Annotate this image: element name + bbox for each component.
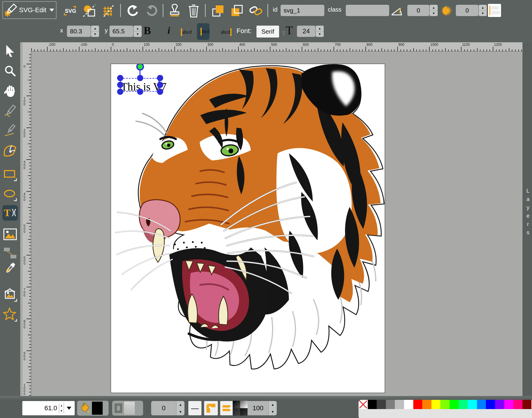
edit-source-button[interactable]: SVG (63, 4, 77, 18)
class-label: class (328, 6, 342, 13)
text-anchor-middle-button[interactable]: abcd (197, 23, 209, 40)
tool-select[interactable] (2, 43, 18, 59)
palette-swatch-000000[interactable] (368, 400, 377, 409)
palette-swatch-ff0000[interactable] (413, 400, 423, 409)
palette-swatch-7f0000[interactable] (522, 400, 532, 409)
shapes-overlap-icon (83, 4, 96, 17)
tool-zoom[interactable] (2, 63, 18, 79)
ruler-top-label: 900 (398, 43, 404, 47)
make-link-button[interactable] (249, 4, 263, 18)
tool-rect[interactable] (2, 167, 18, 183)
small-t-icon: T (282, 31, 285, 37)
opacity-input[interactable] (248, 401, 268, 415)
selection-handle-s[interactable] (137, 89, 143, 95)
magnifier-icon (4, 65, 16, 77)
tool-path[interactable] (2, 143, 18, 158)
stroke-width-input[interactable] (151, 401, 176, 415)
delete-button[interactable] (187, 4, 201, 18)
zoom-value[interactable]: 61.0 (24, 404, 59, 412)
bold-button[interactable]: B (144, 24, 151, 37)
stroke-color-swatch[interactable] (124, 402, 135, 415)
wireframe-button[interactable] (82, 4, 96, 18)
tool-text[interactable]: T (2, 205, 18, 221)
palette-swatch-0000ff[interactable] (486, 400, 495, 409)
palette-swatch-00ffff[interactable] (468, 400, 477, 409)
fill-color-swatch[interactable] (92, 402, 103, 415)
text-anchor-start-button[interactable]: abcd (181, 26, 192, 39)
palette-swatch-7f00ff[interactable] (495, 400, 504, 409)
text-content-input[interactable] (488, 4, 501, 17)
text-anchor-end-button[interactable]: abcd (221, 26, 231, 39)
stroke-width-spinner[interactable]: ▲▼ (176, 401, 184, 415)
linecap-button[interactable] (220, 401, 234, 415)
y-label: y (105, 27, 108, 34)
selection-handle-nw[interactable] (117, 75, 123, 81)
tool-ellipse[interactable] (2, 187, 18, 203)
tiger-artwork[interactable] (111, 64, 385, 393)
opacity-icon (233, 401, 248, 416)
linejoin-button[interactable] (204, 401, 218, 415)
palette-swatch-bfbfbf[interactable] (395, 400, 404, 409)
blur-input[interactable] (456, 5, 478, 16)
palette-swatch-none[interactable] (359, 400, 368, 409)
selection-handle-se[interactable] (157, 89, 163, 95)
link-icon (249, 4, 263, 17)
x-input[interactable] (67, 26, 91, 37)
palette-swatch-ffff00[interactable] (431, 400, 441, 409)
palette-swatch-7f7f7f[interactable] (386, 400, 395, 409)
layers-panel-label[interactable]: Layers (525, 188, 531, 238)
palette-swatch-00ff7f[interactable] (459, 400, 468, 409)
element-class-input[interactable] (346, 5, 389, 16)
tool-pan[interactable] (2, 83, 18, 99)
svg-canvas[interactable]: This is V7 (111, 64, 385, 393)
palette-swatch-ff00ff[interactable] (504, 400, 514, 409)
font-family-button[interactable]: Serif (256, 26, 279, 38)
element-id-input[interactable] (281, 5, 324, 16)
tool-shape-library[interactable] (2, 287, 18, 302)
blur-spinner[interactable]: ▲▼ (479, 5, 487, 16)
selection-handle-sw[interactable] (117, 89, 123, 95)
selection-handle-ne[interactable] (157, 75, 163, 81)
redo-button[interactable] (145, 4, 159, 18)
ruler-left-label: 100 (24, 97, 25, 106)
selection-handle-e[interactable] (157, 82, 163, 88)
palette-swatch-3f3f3f[interactable] (377, 400, 386, 409)
ruler-top-label: 0 (112, 43, 114, 47)
palette-swatch-00ff00[interactable] (450, 400, 459, 409)
clone-button[interactable] (168, 4, 181, 18)
selection-handle-n[interactable] (137, 75, 143, 81)
y-input[interactable] (109, 26, 133, 37)
italic-button[interactable]: i (168, 25, 170, 36)
undo-button[interactable] (126, 4, 140, 18)
palette-swatch-007fff[interactable] (477, 400, 486, 409)
font-size-tool: T T (282, 24, 295, 38)
tool-line[interactable] (2, 123, 18, 138)
selection-handle-w[interactable] (117, 82, 123, 88)
palette-swatch-7fff00[interactable] (440, 400, 450, 409)
ellipse-icon (3, 188, 17, 202)
opacity-spinner[interactable]: ▲▼ (268, 401, 277, 415)
layers-panel-toggle[interactable]: Layers (522, 42, 532, 396)
palette-swatch-ff007f[interactable] (513, 400, 522, 409)
font-size-input[interactable] (297, 26, 315, 37)
tool-connector[interactable] (2, 245, 18, 261)
snap-grid-button[interactable] (102, 4, 115, 18)
palette-swatch-ff7f00[interactable] (422, 400, 431, 409)
x-spinner[interactable]: ▲▼ (91, 26, 99, 37)
zoom-dropdown-button[interactable] (64, 407, 73, 410)
tool-star[interactable] (2, 307, 18, 322)
palette-swatch-ffffff[interactable] (404, 400, 413, 409)
angle-input[interactable] (407, 5, 429, 16)
send-to-back-button[interactable] (230, 4, 244, 18)
tool-image[interactable] (2, 227, 18, 242)
angle-spinner[interactable]: ▲▼ (430, 5, 438, 16)
bring-to-front-button[interactable] (211, 4, 225, 18)
main-menu-button[interactable]: SVG-Edit (2, 1, 57, 19)
zoom-control[interactable]: 61.0 ▲▼ (22, 401, 75, 415)
y-spinner[interactable]: ▲▼ (134, 26, 142, 37)
tool-eyedropper[interactable] (2, 261, 18, 276)
zoom-spinner[interactable]: ▲▼ (59, 403, 64, 414)
tool-pencil[interactable] (2, 103, 18, 119)
font-size-spinner[interactable]: ▲▼ (316, 26, 324, 37)
stroke-dash-button[interactable]: — (188, 401, 201, 415)
